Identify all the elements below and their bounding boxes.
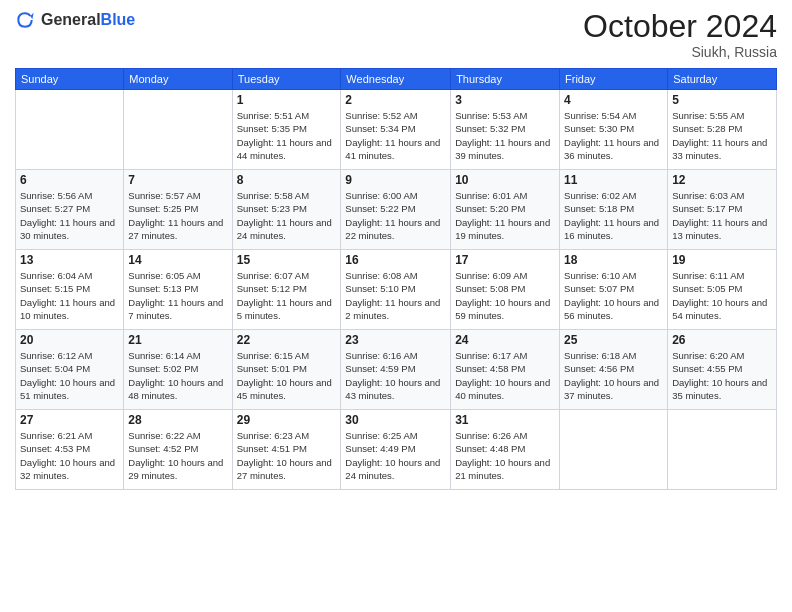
table-row: 2Sunrise: 5:52 AMSunset: 5:34 PMDaylight… <box>341 90 451 170</box>
table-row: 5Sunrise: 5:55 AMSunset: 5:28 PMDaylight… <box>668 90 777 170</box>
day-number: 11 <box>564 173 663 187</box>
day-number: 17 <box>455 253 555 267</box>
table-row <box>668 410 777 490</box>
day-number: 14 <box>128 253 227 267</box>
day-number: 29 <box>237 413 337 427</box>
day-info: Sunrise: 6:01 AMSunset: 5:20 PMDaylight:… <box>455 189 555 242</box>
day-info: Sunrise: 6:05 AMSunset: 5:13 PMDaylight:… <box>128 269 227 322</box>
day-number: 1 <box>237 93 337 107</box>
day-number: 10 <box>455 173 555 187</box>
table-row: 15Sunrise: 6:07 AMSunset: 5:12 PMDayligh… <box>232 250 341 330</box>
day-info: Sunrise: 6:00 AMSunset: 5:22 PMDaylight:… <box>345 189 446 242</box>
calendar: Sunday Monday Tuesday Wednesday Thursday… <box>15 68 777 490</box>
day-number: 22 <box>237 333 337 347</box>
day-number: 8 <box>237 173 337 187</box>
day-info: Sunrise: 6:20 AMSunset: 4:55 PMDaylight:… <box>672 349 772 402</box>
table-row: 4Sunrise: 5:54 AMSunset: 5:30 PMDaylight… <box>560 90 668 170</box>
table-row: 3Sunrise: 5:53 AMSunset: 5:32 PMDaylight… <box>451 90 560 170</box>
calendar-week-row: 1Sunrise: 5:51 AMSunset: 5:35 PMDaylight… <box>16 90 777 170</box>
table-row: 26Sunrise: 6:20 AMSunset: 4:55 PMDayligh… <box>668 330 777 410</box>
table-row: 24Sunrise: 6:17 AMSunset: 4:58 PMDayligh… <box>451 330 560 410</box>
table-row: 9Sunrise: 6:00 AMSunset: 5:22 PMDaylight… <box>341 170 451 250</box>
table-row: 19Sunrise: 6:11 AMSunset: 5:05 PMDayligh… <box>668 250 777 330</box>
table-row: 31Sunrise: 6:26 AMSunset: 4:48 PMDayligh… <box>451 410 560 490</box>
day-info: Sunrise: 6:26 AMSunset: 4:48 PMDaylight:… <box>455 429 555 482</box>
day-number: 13 <box>20 253 119 267</box>
day-info: Sunrise: 6:18 AMSunset: 4:56 PMDaylight:… <box>564 349 663 402</box>
day-info: Sunrise: 6:04 AMSunset: 5:15 PMDaylight:… <box>20 269 119 322</box>
table-row <box>124 90 232 170</box>
day-info: Sunrise: 6:12 AMSunset: 5:04 PMDaylight:… <box>20 349 119 402</box>
day-info: Sunrise: 5:58 AMSunset: 5:23 PMDaylight:… <box>237 189 337 242</box>
table-row: 21Sunrise: 6:14 AMSunset: 5:02 PMDayligh… <box>124 330 232 410</box>
day-info: Sunrise: 6:11 AMSunset: 5:05 PMDaylight:… <box>672 269 772 322</box>
table-row: 22Sunrise: 6:15 AMSunset: 5:01 PMDayligh… <box>232 330 341 410</box>
day-number: 7 <box>128 173 227 187</box>
day-info: Sunrise: 6:22 AMSunset: 4:52 PMDaylight:… <box>128 429 227 482</box>
table-row: 14Sunrise: 6:05 AMSunset: 5:13 PMDayligh… <box>124 250 232 330</box>
day-info: Sunrise: 6:03 AMSunset: 5:17 PMDaylight:… <box>672 189 772 242</box>
day-info: Sunrise: 6:21 AMSunset: 4:53 PMDaylight:… <box>20 429 119 482</box>
day-info: Sunrise: 5:56 AMSunset: 5:27 PMDaylight:… <box>20 189 119 242</box>
logo: GeneralBlue <box>15 10 135 30</box>
col-sunday: Sunday <box>16 69 124 90</box>
day-number: 30 <box>345 413 446 427</box>
day-info: Sunrise: 6:09 AMSunset: 5:08 PMDaylight:… <box>455 269 555 322</box>
day-info: Sunrise: 6:02 AMSunset: 5:18 PMDaylight:… <box>564 189 663 242</box>
table-row: 18Sunrise: 6:10 AMSunset: 5:07 PMDayligh… <box>560 250 668 330</box>
day-number: 21 <box>128 333 227 347</box>
table-row: 20Sunrise: 6:12 AMSunset: 5:04 PMDayligh… <box>16 330 124 410</box>
header: GeneralBlue October 2024 Siukh, Russia <box>15 10 777 60</box>
day-number: 16 <box>345 253 446 267</box>
logo-icon <box>15 10 35 30</box>
page-container: GeneralBlue October 2024 Siukh, Russia S… <box>0 0 792 495</box>
table-row: 16Sunrise: 6:08 AMSunset: 5:10 PMDayligh… <box>341 250 451 330</box>
table-row: 8Sunrise: 5:58 AMSunset: 5:23 PMDaylight… <box>232 170 341 250</box>
col-wednesday: Wednesday <box>341 69 451 90</box>
table-row: 10Sunrise: 6:01 AMSunset: 5:20 PMDayligh… <box>451 170 560 250</box>
day-number: 9 <box>345 173 446 187</box>
day-number: 27 <box>20 413 119 427</box>
table-row <box>560 410 668 490</box>
calendar-week-row: 13Sunrise: 6:04 AMSunset: 5:15 PMDayligh… <box>16 250 777 330</box>
day-number: 5 <box>672 93 772 107</box>
day-number: 20 <box>20 333 119 347</box>
col-saturday: Saturday <box>668 69 777 90</box>
day-info: Sunrise: 6:23 AMSunset: 4:51 PMDaylight:… <box>237 429 337 482</box>
table-row: 6Sunrise: 5:56 AMSunset: 5:27 PMDaylight… <box>16 170 124 250</box>
calendar-header-row: Sunday Monday Tuesday Wednesday Thursday… <box>16 69 777 90</box>
logo-general: GeneralBlue <box>41 11 135 29</box>
day-number: 6 <box>20 173 119 187</box>
day-number: 23 <box>345 333 446 347</box>
table-row: 7Sunrise: 5:57 AMSunset: 5:25 PMDaylight… <box>124 170 232 250</box>
calendar-week-row: 20Sunrise: 6:12 AMSunset: 5:04 PMDayligh… <box>16 330 777 410</box>
day-info: Sunrise: 6:16 AMSunset: 4:59 PMDaylight:… <box>345 349 446 402</box>
day-number: 28 <box>128 413 227 427</box>
table-row: 13Sunrise: 6:04 AMSunset: 5:15 PMDayligh… <box>16 250 124 330</box>
day-number: 12 <box>672 173 772 187</box>
table-row: 28Sunrise: 6:22 AMSunset: 4:52 PMDayligh… <box>124 410 232 490</box>
day-number: 3 <box>455 93 555 107</box>
day-info: Sunrise: 6:10 AMSunset: 5:07 PMDaylight:… <box>564 269 663 322</box>
day-info: Sunrise: 6:17 AMSunset: 4:58 PMDaylight:… <box>455 349 555 402</box>
calendar-week-row: 6Sunrise: 5:56 AMSunset: 5:27 PMDaylight… <box>16 170 777 250</box>
day-info: Sunrise: 6:15 AMSunset: 5:01 PMDaylight:… <box>237 349 337 402</box>
col-tuesday: Tuesday <box>232 69 341 90</box>
day-info: Sunrise: 5:57 AMSunset: 5:25 PMDaylight:… <box>128 189 227 242</box>
day-number: 4 <box>564 93 663 107</box>
day-info: Sunrise: 5:53 AMSunset: 5:32 PMDaylight:… <box>455 109 555 162</box>
table-row: 23Sunrise: 6:16 AMSunset: 4:59 PMDayligh… <box>341 330 451 410</box>
day-info: Sunrise: 6:08 AMSunset: 5:10 PMDaylight:… <box>345 269 446 322</box>
day-number: 2 <box>345 93 446 107</box>
table-row: 11Sunrise: 6:02 AMSunset: 5:18 PMDayligh… <box>560 170 668 250</box>
table-row: 1Sunrise: 5:51 AMSunset: 5:35 PMDaylight… <box>232 90 341 170</box>
day-number: 15 <box>237 253 337 267</box>
day-number: 19 <box>672 253 772 267</box>
day-number: 26 <box>672 333 772 347</box>
day-info: Sunrise: 6:25 AMSunset: 4:49 PMDaylight:… <box>345 429 446 482</box>
day-info: Sunrise: 5:52 AMSunset: 5:34 PMDaylight:… <box>345 109 446 162</box>
day-number: 18 <box>564 253 663 267</box>
col-friday: Friday <box>560 69 668 90</box>
col-thursday: Thursday <box>451 69 560 90</box>
table-row: 25Sunrise: 6:18 AMSunset: 4:56 PMDayligh… <box>560 330 668 410</box>
